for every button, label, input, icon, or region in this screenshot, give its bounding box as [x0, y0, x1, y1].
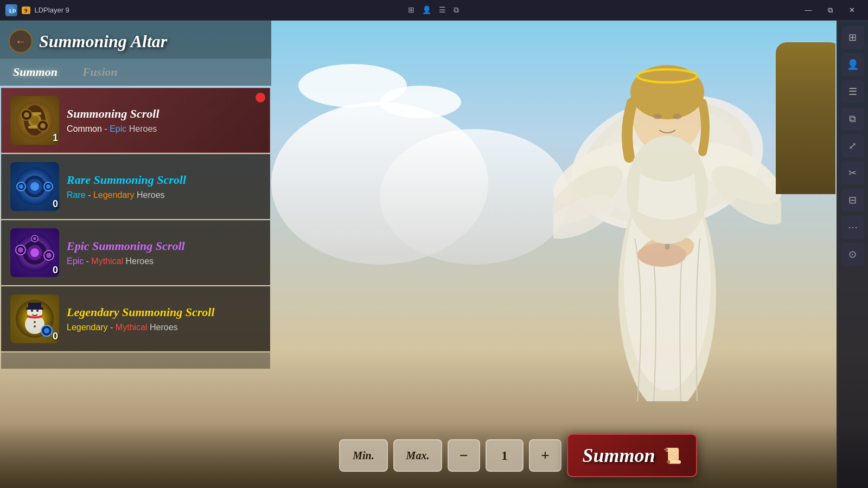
scroll-count-epic: 0 — [53, 265, 58, 276]
desc-suffix-legendary: Heroes — [150, 323, 178, 332]
scroll-info-rare: Rare Summoning Scroll Rare - Legendary H… — [67, 173, 261, 200]
scroll-count-common: 1 — [53, 132, 58, 144]
sidebar-icon-profile[interactable]: 👤 — [841, 53, 864, 76]
tab-summon[interactable]: Summon — [9, 63, 62, 81]
minus-button[interactable]: − — [448, 439, 480, 472]
toolbar-icon-2[interactable]: 👤 — [422, 5, 431, 15]
scroll-info-common: Summoning Scroll Common - Epic Heroes — [67, 107, 261, 134]
min-button[interactable]: Min. — [339, 439, 388, 472]
max-button[interactable]: Max. — [393, 439, 442, 472]
toolbar-icon-4[interactable]: ⧉ — [454, 6, 459, 15]
scroll-name-legendary: Legendary Summoning Scroll — [67, 305, 261, 319]
scroll-desc-common: Common - Epic Heroes — [67, 124, 261, 134]
close-button[interactable]: ✕ — [841, 0, 863, 21]
scroll-desc-epic: Epic - Mythical Heroes — [67, 256, 261, 266]
scroll-icon-legendary: 0 — [10, 294, 59, 343]
svg-point-31 — [24, 112, 29, 118]
svg-point-48 — [46, 253, 52, 258]
svg-rect-57 — [26, 307, 43, 310]
scroll-count-rare: 0 — [53, 198, 58, 210]
scroll-list: 1 Summoning Scroll Common - Epic Heroes — [0, 88, 271, 369]
sidebar-icon-cut[interactable]: ✂ — [841, 162, 864, 184]
sidebar-icon-more[interactable]: ⋯ — [841, 216, 864, 239]
sidebar-icon-table[interactable]: ⊟ — [841, 189, 864, 211]
svg-point-32 — [40, 123, 46, 129]
desc-prefix-epic: Epic — [67, 256, 84, 266]
svg-point-39 — [19, 184, 23, 189]
scroll-item-rare[interactable]: 0 Rare Summoning Scroll Rare - Legendary… — [1, 154, 270, 219]
summon-scroll-icon: 📜 — [663, 447, 682, 465]
desc-tier-rare: Legendary — [93, 190, 135, 200]
scroll-icon-rare: 0 — [10, 162, 59, 211]
scroll-icon-epic: 0 — [10, 228, 59, 277]
scroll-item-common[interactable]: 1 Summoning Scroll Common - Epic Heroes — [1, 88, 270, 153]
scroll-item-epic[interactable]: 0 Epic Summoning Scroll Epic - Mythical … — [1, 220, 270, 285]
desc-tier-epic: Mythical — [91, 256, 123, 266]
sidebar-icon-menu[interactable]: ☰ — [841, 80, 864, 103]
cloud-2 — [380, 86, 461, 118]
restore-button[interactable]: ⧉ — [819, 0, 841, 21]
svg-point-47 — [18, 247, 23, 253]
svg-point-50 — [33, 237, 36, 240]
plus-button[interactable]: + — [529, 439, 561, 472]
title-bar-left: LD 9 LDPlayer 9 — [5, 4, 69, 16]
scroll-item-extra[interactable] — [1, 352, 270, 369]
summon-button[interactable]: Summon 📜 — [567, 434, 697, 477]
scroll-item-legendary[interactable]: 0 Legendary Summoning Scroll Legendary -… — [1, 286, 270, 351]
bottom-controls: Min. Max. − 1 + Summon 📜 — [277, 434, 760, 477]
toolbar-icon-1[interactable]: ⊞ — [408, 5, 414, 15]
svg-text:LD: LD — [9, 8, 16, 14]
sidebar-icon-grid[interactable]: ⊞ — [841, 26, 864, 49]
sidebar-icon-circle[interactable]: ⊙ — [841, 243, 864, 266]
sidebar-icon-resize[interactable]: ⤢ — [841, 134, 864, 157]
desc-sep-rare: - — [88, 190, 93, 200]
page-title: Summoning Altar — [39, 31, 167, 52]
title-bar: LD 9 LDPlayer 9 ⊞ 👤 ☰ ⧉ — ⧉ ✕ — [0, 0, 868, 21]
toolbar-icon-3[interactable]: ☰ — [439, 5, 446, 15]
tab-bar: Summon Fusion — [0, 59, 271, 86]
window-controls: — ⧉ ✕ — [797, 0, 863, 21]
minimize-button[interactable]: — — [797, 0, 819, 21]
quantity-display: 1 — [486, 439, 524, 472]
back-button[interactable]: ← — [9, 29, 33, 53]
svg-point-16 — [653, 114, 662, 119]
scroll-info-legendary: Legendary Summoning Scroll Legendary - M… — [67, 305, 261, 332]
right-sidebar: ⊞ 👤 ☰ ⧉ ⤢ ✂ ⊟ ⋯ ⊙ — [837, 21, 868, 488]
desc-suffix-epic: Heroes — [126, 256, 154, 266]
svg-point-54 — [31, 310, 33, 312]
desc-sep-common: - — [104, 124, 110, 133]
tab-fusion[interactable]: Fusion — [78, 63, 122, 81]
scroll-icon-common: 1 — [10, 96, 59, 145]
toolbar-icons: ⊞ 👤 ☰ ⧉ — [408, 5, 459, 15]
desc-sep-legendary: - — [110, 323, 116, 332]
svg-point-44 — [30, 248, 39, 257]
notification-badge — [256, 93, 265, 102]
scroll-info-epic: Epic Summoning Scroll Epic - Mythical He… — [67, 239, 261, 266]
sidebar-icon-restore[interactable]: ⧉ — [841, 107, 864, 130]
page-header: ← Summoning Altar — [0, 21, 271, 59]
scroll-desc-rare: Rare - Legendary Heroes — [67, 190, 261, 200]
scroll-count-legendary: 0 — [53, 331, 58, 342]
desc-prefix-legendary: Legendary — [67, 323, 108, 332]
left-panel: ← Summoning Altar Summon Fusion — [0, 21, 271, 488]
tree-area — [749, 42, 835, 205]
svg-point-55 — [36, 310, 39, 312]
desc-suffix-common: Heroes — [129, 124, 157, 133]
summon-button-label: Summon — [582, 444, 655, 467]
scroll-desc-legendary: Legendary - Mythical Heroes — [67, 323, 261, 332]
svg-point-17 — [673, 114, 681, 119]
desc-suffix-rare: Heroes — [137, 190, 165, 200]
svg-point-61 — [44, 328, 49, 333]
svg-point-59 — [34, 325, 36, 328]
svg-point-58 — [34, 321, 36, 323]
scroll-name-rare: Rare Summoning Scroll — [67, 173, 261, 187]
desc-sep-epic: - — [86, 256, 92, 266]
svg-point-36 — [30, 182, 39, 191]
svg-point-40 — [46, 184, 50, 189]
scroll-name-common: Summoning Scroll — [67, 107, 261, 121]
scroll-name-epic: Epic Summoning Scroll — [67, 239, 261, 253]
desc-prefix-common: Common — [67, 124, 102, 133]
game-area: ← Summoning Altar Summon Fusion — [0, 21, 868, 488]
ld-logo: LD — [5, 4, 17, 16]
version-badge: 9 — [22, 7, 30, 14]
